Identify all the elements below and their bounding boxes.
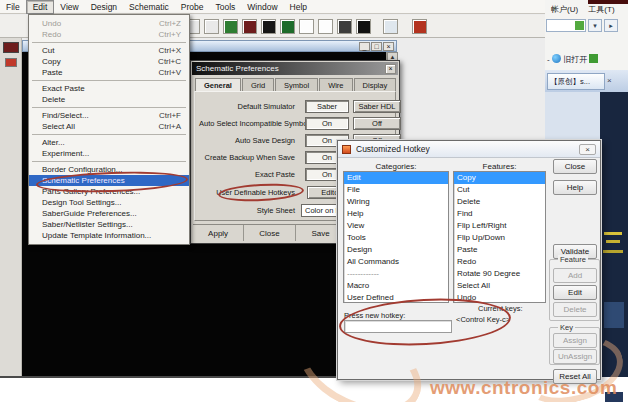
reset-all-button[interactable]: Reset All <box>553 369 597 384</box>
menu-item-update-template-information[interactable]: Update Template Information... <box>29 230 189 241</box>
menu-window[interactable]: Window <box>241 1 283 13</box>
menu-item-parts-gallery-preferences[interactable]: Parts Gallery Preferences... <box>29 186 189 197</box>
menu-item-border-configuration[interactable]: Border Configuration... <box>29 164 189 175</box>
probe-icon[interactable] <box>356 19 371 34</box>
menu-item-cut[interactable]: CutCtrl+X <box>29 45 189 56</box>
feature-edit-button[interactable]: Edit <box>553 285 597 300</box>
pointer-tool-icon[interactable] <box>5 58 17 67</box>
list-item[interactable]: Select All <box>454 280 545 292</box>
close-icon[interactable]: × <box>385 64 396 74</box>
window-copy-icon[interactable] <box>383 19 398 34</box>
menu-item-schematic-preferences[interactable]: Schematic Preferences <box>29 175 189 186</box>
menu-edit[interactable]: Edit <box>26 0 55 14</box>
list-item[interactable]: View <box>344 220 448 232</box>
menu-item-undo[interactable]: UndoCtrl+Z <box>29 18 189 29</box>
list-item[interactable]: Flip Left/Right <box>454 220 545 232</box>
key-unassign-button[interactable]: UnAssign <box>553 349 597 364</box>
list-item[interactable]: Wiring <box>344 196 448 208</box>
list-item[interactable]: Rotate 90 Degree <box>454 268 545 280</box>
help-button[interactable]: Help <box>553 180 597 195</box>
menu-item-select-all[interactable]: Select AllCtrl+A <box>29 121 189 132</box>
browser-open-link[interactable]: - 旧打开 <box>547 54 598 65</box>
menu-file[interactable]: File <box>0 1 26 13</box>
list-item[interactable]: Edit <box>344 172 448 184</box>
sketch-tool-icon[interactable] <box>3 42 19 53</box>
list-item[interactable]: Paste <box>454 244 545 256</box>
dialog-titlebar[interactable]: Schematic Preferences × <box>192 62 398 75</box>
saber-hdl-button[interactable]: Saber HDL <box>353 100 401 113</box>
maximize-icon[interactable]: □ <box>371 42 382 51</box>
menu-item-delete[interactable]: Delete <box>29 94 189 105</box>
menu-probe[interactable]: Probe <box>175 1 210 13</box>
categories-listbox[interactable]: Edit File Wiring Help View Tools Design … <box>343 171 449 303</box>
feature-add-button[interactable]: Add <box>553 268 597 283</box>
zoom-out-icon[interactable] <box>204 19 219 34</box>
list-item[interactable]: User Defined <box>344 292 448 303</box>
report-icon[interactable] <box>242 19 257 34</box>
list-item[interactable]: Help <box>344 208 448 220</box>
browser-menu-tools[interactable]: 工具(T) <box>588 5 614 14</box>
simulate-icon[interactable] <box>337 19 352 34</box>
auto-select-on-button[interactable]: On <box>305 117 349 130</box>
list-item[interactable]: Undo <box>454 292 545 303</box>
symbol-icon[interactable] <box>280 19 295 34</box>
browser-search-input[interactable] <box>546 19 586 32</box>
list-item[interactable]: Copy <box>454 172 545 184</box>
menu-design[interactable]: Design <box>85 1 123 13</box>
wire-icon[interactable] <box>299 19 314 34</box>
menu-item-exact-paste[interactable]: Exact Paste <box>29 83 189 94</box>
list-item[interactable]: Design <box>344 244 448 256</box>
close-icon[interactable]: × <box>383 42 394 51</box>
press-new-hotkey-input[interactable] <box>344 320 452 333</box>
menu-item-saber-netlister-settings[interactable]: Saber/Netlister Settings... <box>29 219 189 230</box>
minimize-icon[interactable]: _ <box>359 42 370 51</box>
menu-item-find-select[interactable]: Find/Select...Ctrl+F <box>29 110 189 121</box>
browser-tab[interactable]: 【原创】s... <box>547 73 605 90</box>
key-assign-button[interactable]: Assign <box>553 333 597 348</box>
chevron-down-icon[interactable]: ▾ <box>588 19 602 32</box>
tab-wire[interactable]: Wire <box>319 78 352 91</box>
go-arrow-icon[interactable]: ▸ <box>604 19 618 32</box>
auto-select-off-button[interactable]: Off <box>353 117 401 130</box>
tab-close-icon[interactable]: × <box>607 76 612 85</box>
categories-label: Categories: <box>343 162 449 171</box>
list-item[interactable]: Find <box>454 208 545 220</box>
list-item[interactable]: Delete <box>454 196 545 208</box>
menu-schematic[interactable]: Schematic <box>123 1 175 13</box>
list-item[interactable]: Tools <box>344 232 448 244</box>
close-button[interactable]: Close <box>244 225 295 241</box>
hotkey-close-button[interactable]: Close <box>553 159 597 174</box>
list-item[interactable]: Macro <box>344 280 448 292</box>
bus-icon[interactable] <box>318 19 333 34</box>
tab-symbol[interactable]: Symbol <box>275 78 318 91</box>
dialog-titlebar[interactable]: Customized Hotkey × <box>338 141 600 158</box>
library-icon[interactable] <box>223 19 238 34</box>
tab-grid[interactable]: Grid <box>242 78 274 91</box>
menu-item-paste[interactable]: PasteCtrl+V <box>29 67 189 78</box>
list-item[interactable]: Flip Up/Down <box>454 232 545 244</box>
tab-general[interactable]: General <box>195 78 241 92</box>
menu-item-design-tool-settings[interactable]: Design Tool Settings... <box>29 197 189 208</box>
browser-menu-account[interactable]: 帐户(U) <box>551 5 578 14</box>
left-toolbar <box>0 38 22 377</box>
list-item[interactable]: File <box>344 184 448 196</box>
close-icon[interactable]: × <box>579 144 596 155</box>
menu-item-redo[interactable]: RedoCtrl+Y <box>29 29 189 40</box>
delete-icon[interactable] <box>412 19 427 34</box>
menu-item-experiment[interactable]: Experiment... <box>29 148 189 159</box>
menu-tools[interactable]: Tools <box>209 1 241 13</box>
tab-display[interactable]: Display <box>354 78 397 91</box>
features-listbox[interactable]: Copy Cut Delete Find Flip Left/Right Fli… <box>453 171 546 303</box>
apply-button[interactable]: Apply <box>193 225 244 241</box>
list-item[interactable]: Redo <box>454 256 545 268</box>
menu-view[interactable]: View <box>54 1 84 13</box>
grid-icon[interactable] <box>261 19 276 34</box>
menu-help[interactable]: Help <box>284 1 313 13</box>
feature-delete-button[interactable]: Delete <box>553 302 597 317</box>
menu-item-copy[interactable]: CopyCtrl+C <box>29 56 189 67</box>
list-item[interactable]: All Commands <box>344 256 448 268</box>
saber-button[interactable]: Saber <box>305 100 349 113</box>
menu-item-saberguide-preferences[interactable]: SaberGuide Preferences... <box>29 208 189 219</box>
menu-item-alter[interactable]: Alter... <box>29 137 189 148</box>
list-item[interactable]: Cut <box>454 184 545 196</box>
